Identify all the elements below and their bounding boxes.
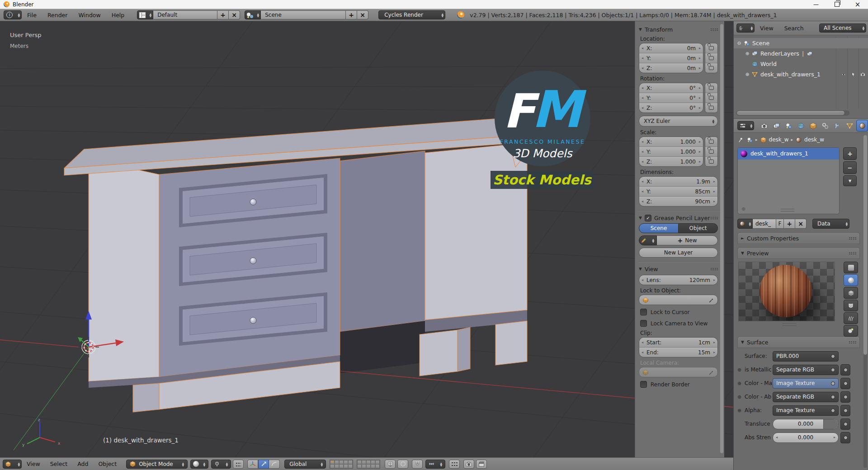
- location-x-field[interactable]: X:0m: [639, 43, 703, 53]
- preview-monkey-button[interactable]: [844, 300, 858, 311]
- outliner-item-scene[interactable]: Scene: [734, 38, 868, 48]
- expand-plus-icon[interactable]: [745, 51, 750, 56]
- add-scene-button[interactable]: [346, 10, 357, 19]
- panel-grip-icon[interactable]: [710, 268, 718, 271]
- rotation-y-field[interactable]: Y:0°: [639, 93, 703, 103]
- clip-start-field[interactable]: Start:1cm: [639, 338, 717, 347]
- layers-group-2[interactable]: [357, 460, 380, 469]
- lock-location-y-button[interactable]: [705, 53, 717, 63]
- breadcrumb-object[interactable]: desk_w: [769, 136, 789, 143]
- preview-panel-header[interactable]: Preview: [737, 247, 860, 259]
- custom-properties-panel-header[interactable]: Custom Properties: [737, 232, 860, 244]
- socket-button[interactable]: [840, 391, 850, 403]
- rotation-mode-select[interactable]: XYZ Euler: [639, 116, 718, 127]
- lock-location-x-button[interactable]: [705, 43, 717, 53]
- unlink-material-button[interactable]: [795, 219, 807, 229]
- gp-new-layer-button[interactable]: New Layer: [639, 248, 718, 258]
- rotation-z-field[interactable]: Z:0°: [639, 103, 703, 113]
- scene-field[interactable]: Scene: [261, 10, 346, 19]
- alpha-select[interactable]: Image Texture: [773, 405, 839, 416]
- menu-help[interactable]: Help: [106, 12, 130, 19]
- panel-grip-icon[interactable]: [710, 216, 718, 220]
- outliner-item-world[interactable]: World: [734, 59, 868, 69]
- tab-render[interactable]: [759, 120, 769, 131]
- local-camera-field[interactable]: [639, 367, 718, 377]
- lock-to-object-field[interactable]: [639, 295, 718, 305]
- screen-layout-field[interactable]: Default: [153, 10, 217, 19]
- preview-world-button[interactable]: [844, 325, 858, 337]
- renderability-camera-icon[interactable]: [859, 71, 866, 77]
- socket-button[interactable]: [840, 378, 850, 389]
- panel-grip-icon[interactable]: [849, 237, 856, 240]
- properties-editor-type-selector[interactable]: [737, 121, 754, 130]
- manipulate-center-points-button[interactable]: [233, 460, 244, 469]
- n-panel-scrollbar[interactable]: [720, 24, 723, 453]
- transform-orientation-select[interactable]: Global: [284, 460, 326, 469]
- lens-field[interactable]: Lens:120mm: [639, 275, 717, 285]
- new-material-button[interactable]: [784, 219, 795, 229]
- expand-plus-icon[interactable]: [737, 394, 745, 400]
- lock-rotation-z-button[interactable]: [705, 103, 717, 113]
- gp-new-button[interactable]: New: [657, 235, 718, 245]
- opengl-render-button[interactable]: [463, 460, 474, 469]
- manipulator-translate-axes-button[interactable]: [247, 460, 258, 469]
- properties-scrollbar[interactable]: [863, 135, 867, 468]
- socket-button[interactable]: [840, 405, 850, 416]
- manipulator-rotate-button[interactable]: [269, 460, 280, 469]
- eyedropper-icon[interactable]: [708, 369, 714, 375]
- render-visibility-button[interactable]: [449, 460, 460, 469]
- menu-render[interactable]: Render: [42, 12, 73, 19]
- tab-object[interactable]: [807, 120, 818, 131]
- panel-grip-icon[interactable]: [849, 252, 856, 255]
- snap-element-select[interactable]: [425, 460, 445, 469]
- grease-pencil-panel-header[interactable]: Grease Pencil Layer: [639, 214, 718, 222]
- lock-scale-y-button[interactable]: [705, 146, 717, 156]
- tab-material[interactable]: [856, 120, 868, 132]
- lock-to-scene-button[interactable]: [385, 460, 396, 469]
- preview-cube-button[interactable]: [844, 287, 858, 299]
- preview-resize-grip[interactable]: [783, 323, 796, 326]
- absorption-field[interactable]: 0.000: [773, 432, 839, 443]
- surface-panel-header[interactable]: Surface: [737, 336, 860, 348]
- outliner-item-desk[interactable]: desk_with_drawers_1: [734, 69, 868, 80]
- color-ab-select[interactable]: Separate RGB: [773, 392, 839, 402]
- editor-type-selector[interactable]: [4, 10, 22, 19]
- socket-button[interactable]: [840, 432, 850, 443]
- lock-rotation-y-button[interactable]: [705, 93, 717, 103]
- restore-button[interactable]: [826, 0, 847, 9]
- tab-object-data[interactable]: [844, 120, 855, 131]
- material-specials-button[interactable]: [843, 175, 857, 186]
- tab-modifiers[interactable]: [832, 120, 843, 131]
- viewport-shading-select[interactable]: [190, 460, 208, 469]
- lock-rotation-x-button[interactable]: [705, 83, 717, 93]
- render-border-checkbox[interactable]: [640, 381, 647, 388]
- material-slot-item[interactable]: desk_with_drawers_1: [738, 148, 839, 160]
- lock-camera-checkbox[interactable]: [640, 320, 647, 327]
- browse-material-button[interactable]: [737, 219, 753, 229]
- screen-layout-browse-button[interactable]: [137, 10, 153, 19]
- collapse-minus-icon[interactable]: [736, 41, 742, 46]
- preview-flat-button[interactable]: [844, 262, 858, 273]
- outliner-scrollbar[interactable]: [736, 110, 849, 116]
- selectability-cursor-icon[interactable]: [850, 71, 856, 77]
- translucency-slider[interactable]: 0.000: [773, 419, 839, 429]
- view-panel-header[interactable]: View: [639, 265, 718, 273]
- add-material-slot-button[interactable]: [843, 147, 857, 160]
- preview-sphere-button[interactable]: [844, 274, 858, 286]
- outliner-editor-type-selector[interactable]: [736, 24, 755, 33]
- outliner-menu-view[interactable]: View: [755, 25, 779, 32]
- socket-button[interactable]: [840, 418, 850, 430]
- is-metallic-select[interactable]: Separate RGB: [773, 365, 839, 375]
- lock-to-cursor-row[interactable]: Lock to Cursor: [640, 308, 718, 316]
- pin-icon[interactable]: [737, 136, 744, 143]
- menu-select[interactable]: Select: [45, 461, 73, 467]
- lock-scale-z-button[interactable]: [705, 156, 717, 166]
- menu-add[interactable]: Add: [72, 461, 93, 467]
- menu-object[interactable]: Object: [93, 461, 122, 467]
- menu-window[interactable]: Window: [73, 12, 106, 19]
- menu-file[interactable]: File: [22, 12, 42, 19]
- rotation-x-field[interactable]: X:0°: [639, 83, 703, 93]
- transform-panel-header[interactable]: Transform: [639, 25, 718, 33]
- lock-scale-x-button[interactable]: [705, 137, 717, 146]
- gp-source-object-tab[interactable]: Object: [679, 223, 718, 233]
